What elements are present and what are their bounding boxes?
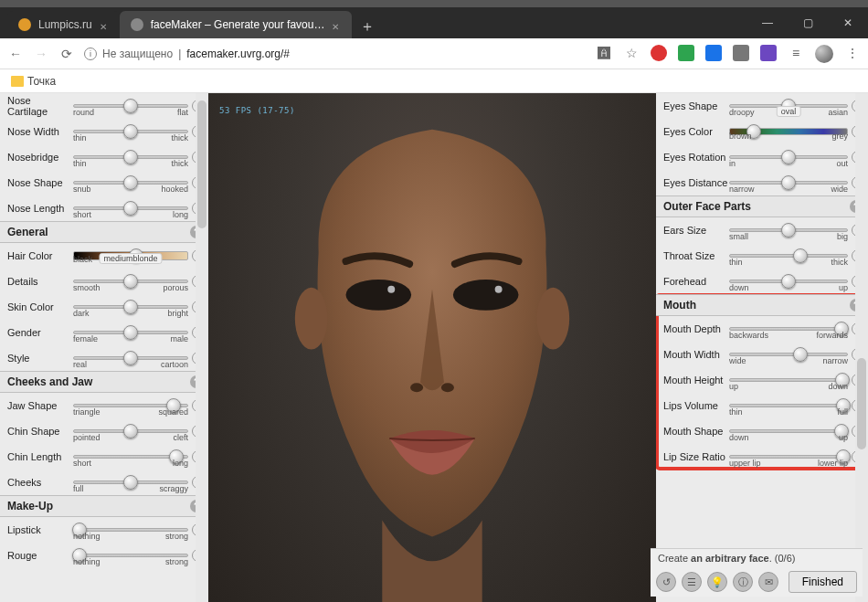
tab-facemaker[interactable]: faceMaker – Generate your favou… <box>120 11 353 38</box>
site-info-icon[interactable]: i <box>84 48 97 60</box>
slider-track-wrap[interactable]: thinthick <box>73 130 188 133</box>
ext-icon-1[interactable] <box>651 45 667 61</box>
slider-track-wrap[interactable]: upper liplower lip <box>729 455 848 459</box>
svg-point-0 <box>295 288 328 350</box>
slider-track-wrap[interactable]: downup <box>729 280 848 283</box>
info-button[interactable]: ⓘ <box>733 572 753 592</box>
back-button[interactable]: ← <box>7 46 24 62</box>
slider-thumb[interactable] <box>123 325 138 340</box>
slider-track-wrap[interactable]: nothingstrong <box>73 554 188 557</box>
slider-min-label: thin <box>729 258 743 267</box>
right-scrollbar[interactable] <box>855 93 868 602</box>
slider-max-label: grey <box>831 132 848 141</box>
slider-lip-size-ratio: Lip Size Ratioupper liplower lip <box>656 444 868 470</box>
randomize-button[interactable]: ☰ <box>682 572 702 592</box>
slider-track-wrap[interactable]: thinthick <box>73 155 188 159</box>
slider-thumb[interactable] <box>793 248 808 263</box>
slider-thumb[interactable] <box>123 300 138 314</box>
slider-track-wrap[interactable]: blackmediumblonde <box>73 251 188 260</box>
slider-track-wrap[interactable]: darkbright <box>73 305 188 309</box>
slider-track-wrap[interactable]: inout <box>729 155 848 159</box>
slider-track-wrap[interactable]: realcartoon <box>73 356 188 360</box>
translate-icon[interactable]: 🅰 <box>596 45 612 61</box>
slider-thumb[interactable] <box>123 124 138 139</box>
finished-button[interactable]: Finished <box>789 571 857 593</box>
slider-track-wrap[interactable]: trianglesquared <box>73 404 188 407</box>
slider-max-label: forwards <box>816 331 848 340</box>
slider-thumb[interactable] <box>123 201 138 216</box>
profile-avatar[interactable] <box>815 45 833 63</box>
slider-thumb[interactable] <box>123 175 138 190</box>
playlist-icon[interactable]: ≡ <box>788 45 804 61</box>
slider-thumb[interactable] <box>781 223 796 238</box>
slider-thumb[interactable] <box>123 150 138 164</box>
section-title: Outer Face Parts <box>663 200 751 213</box>
kebab-menu-icon[interactable]: ⋮ <box>844 45 861 61</box>
slider-track-wrap[interactable]: backwardsforwards <box>729 327 848 331</box>
slider-track-wrap[interactable]: thinthick <box>729 254 848 258</box>
slider-thumb[interactable] <box>781 175 796 190</box>
slider-track-wrap[interactable]: roundflat <box>73 104 188 108</box>
slider-track-wrap[interactable]: browngrey <box>729 128 848 135</box>
slider-track-wrap[interactable]: narrowwide <box>729 181 848 185</box>
slider-track-wrap[interactable]: snubhooked <box>73 181 188 185</box>
left-scrollbar[interactable] <box>196 93 208 602</box>
slider-track-wrap[interactable]: widenarrow <box>729 353 848 356</box>
face-viewport[interactable]: 53 FPS (17-75) <box>208 93 656 602</box>
slider-eyes-rotation: Eyes Rotationinout <box>656 144 868 170</box>
slider-max-label: flat <box>177 108 188 117</box>
slider-track-wrap[interactable]: fullscraggy <box>73 481 188 484</box>
slider-label: Nose Width <box>7 126 73 137</box>
slider-track-wrap[interactable]: shortlong <box>73 206 188 210</box>
light-button[interactable]: 💡 <box>707 572 727 592</box>
slider-ears-size: Ears Sizesmallbig <box>656 217 868 243</box>
email-button[interactable]: ✉ <box>758 572 778 592</box>
slider-track-wrap[interactable]: updown <box>729 378 848 382</box>
star-icon[interactable]: ☆ <box>623 45 640 61</box>
slider-min-label: in <box>729 159 736 168</box>
slider-track-wrap[interactable]: downup <box>729 429 848 433</box>
slider-min-label: snub <box>73 185 91 194</box>
slider-thumb[interactable] <box>123 475 138 490</box>
slider-min-label: down <box>729 433 749 442</box>
slider-track-wrap[interactable]: nothingstrong <box>73 528 188 532</box>
slider-track-wrap[interactable]: smoothporous <box>73 280 188 283</box>
ext-icon-3[interactable] <box>705 45 722 61</box>
bookmark-label[interactable]: Точка <box>27 75 56 88</box>
close-icon[interactable] <box>332 20 341 29</box>
slider-min-label: triangle <box>73 407 101 417</box>
slider-thumb[interactable] <box>781 274 796 289</box>
slider-thumb[interactable] <box>123 351 138 365</box>
address-bar[interactable]: i Не защищено | facemaker.uvrg.org/# <box>84 48 290 60</box>
new-tab-button[interactable]: ＋ <box>355 15 379 38</box>
close-icon[interactable] <box>100 20 109 29</box>
slider-thumb[interactable] <box>793 347 808 362</box>
slider-rouge: Rougenothingstrong <box>0 543 208 568</box>
ext-icon-2[interactable] <box>678 45 694 61</box>
slider-thumb[interactable] <box>123 424 138 438</box>
slider-track-wrap[interactable]: shortlong <box>73 455 188 459</box>
slider-min-label: up <box>729 382 738 391</box>
slider-track-wrap[interactable]: thinfull <box>729 404 848 407</box>
slider-thumb[interactable] <box>123 99 138 113</box>
tab-lumpics[interactable]: Lumpics.ru <box>7 11 120 38</box>
ext-icon-4[interactable] <box>733 45 749 61</box>
slider-thumb[interactable] <box>123 274 138 289</box>
slider-track-wrap[interactable]: pointedcleft <box>73 429 188 433</box>
slider-track-wrap[interactable]: smallbig <box>729 228 848 232</box>
minimize-button[interactable]: — <box>747 7 788 38</box>
undo-button[interactable]: ↺ <box>656 572 676 592</box>
left-panel: Nose CartilageroundflatNose Widththinthi… <box>0 93 208 602</box>
reload-button[interactable]: ⟳ <box>58 46 75 62</box>
maximize-button[interactable]: ▢ <box>788 7 828 38</box>
slider-min-label: thin <box>729 407 743 417</box>
slider-label: Eyes Rotation <box>663 152 729 163</box>
ext-icon-5[interactable] <box>760 45 777 61</box>
slider-track-wrap[interactable]: droopyasianoval <box>729 104 848 108</box>
close-window-button[interactable]: ✕ <box>828 7 868 38</box>
slider-track-wrap[interactable]: femalemale <box>73 331 188 334</box>
forward-button[interactable]: → <box>33 46 49 62</box>
slider-cheeks: Cheeksfullscraggy <box>0 470 208 495</box>
folder-icon[interactable] <box>11 76 24 87</box>
slider-thumb[interactable] <box>781 150 796 164</box>
